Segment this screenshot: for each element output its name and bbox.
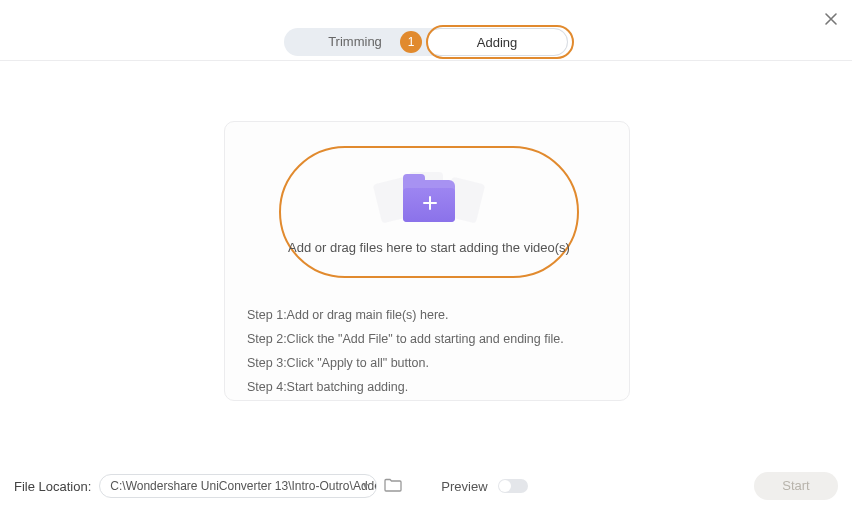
mode-tabs: Trimming Adding bbox=[0, 28, 852, 56]
tab-adding[interactable]: Adding bbox=[426, 28, 568, 56]
browse-folder-button[interactable] bbox=[383, 475, 405, 497]
file-location-label: File Location: bbox=[14, 479, 91, 494]
start-button[interactable]: Start bbox=[754, 472, 838, 500]
step-3: Step 3:Click "Apply to all" button. bbox=[247, 356, 607, 370]
annotation-badge-1: 1 bbox=[400, 31, 422, 53]
header-divider bbox=[0, 60, 852, 61]
file-location-dropdown[interactable]: C:\Wondershare UniConverter 13\Intro-Out… bbox=[99, 474, 377, 498]
drop-text: Add or drag files here to start adding t… bbox=[288, 240, 570, 255]
toggle-knob bbox=[499, 480, 511, 492]
preview-toggle[interactable] bbox=[498, 479, 528, 493]
footer-bar: File Location: C:\Wondershare UniConvert… bbox=[0, 472, 852, 500]
file-location-value: C:\Wondershare UniConverter 13\Intro-Out… bbox=[110, 479, 377, 493]
main-card: Add or drag files here to start adding t… bbox=[224, 121, 630, 401]
step-4: Step 4:Start batching adding. bbox=[247, 380, 607, 394]
preview-label: Preview bbox=[441, 479, 487, 494]
add-folder-icon bbox=[369, 170, 489, 230]
drop-area[interactable]: Add or drag files here to start adding t… bbox=[279, 146, 579, 278]
step-1: Step 1:Add or drag main file(s) here. bbox=[247, 308, 607, 322]
chevron-down-icon: ▾ bbox=[363, 475, 368, 497]
step-2: Step 2:Click the "Add File" to add start… bbox=[247, 332, 607, 346]
steps-block: Step 1:Add or drag main file(s) here. St… bbox=[247, 298, 607, 404]
